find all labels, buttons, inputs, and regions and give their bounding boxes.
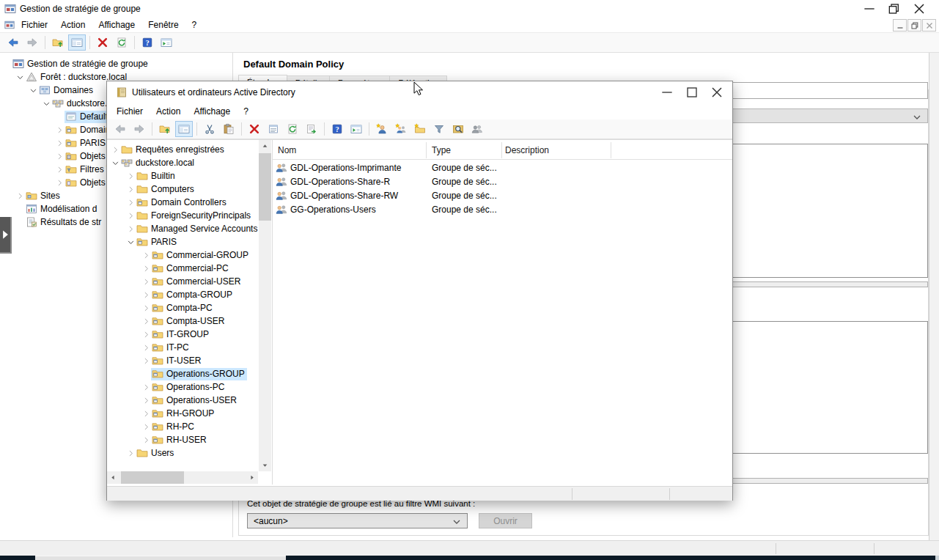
list-row-gg-operations-users[interactable]: GG-Operations-UsersGroupe de séc... — [273, 203, 732, 217]
aduc-menu-fichier[interactable]: Fichier — [110, 103, 150, 119]
chevron-right-icon[interactable] — [141, 435, 151, 445]
gpmc-menu-fenetre[interactable]: Fenêtre — [141, 18, 185, 32]
list-row-gdl-operations-imprimante[interactable]: GDL-Operations-ImprimanteGroupe de séc..… — [273, 161, 732, 175]
back-gray-button[interactable] — [111, 121, 129, 137]
chevron-down-icon[interactable] — [110, 158, 120, 168]
console-tree-button[interactable] — [175, 121, 193, 137]
gpmc-right-scroll-strip[interactable] — [929, 53, 939, 540]
chevron-right-icon[interactable] — [125, 224, 136, 234]
panel-flyout-handle[interactable] — [0, 217, 12, 254]
gpmc-menu-affichage[interactable]: Affichage — [92, 18, 141, 32]
export-button[interactable] — [303, 121, 320, 137]
taskbar-tray[interactable] — [935, 556, 939, 560]
filter-button[interactable] — [430, 121, 448, 137]
tree-item-rh-group[interactable]: RH-GROUP — [141, 407, 259, 420]
tree-item-commercial-group[interactable]: Commercial-GROUP — [141, 248, 259, 262]
list-row-gdl-operations-share-rw[interactable]: GDL-Operations-Share-RWGroupe de séc... — [273, 189, 732, 203]
chevron-right-icon[interactable] — [54, 164, 65, 174]
tree-item-operations-pc[interactable]: Operations-PC — [141, 380, 259, 394]
aduc-tree-vscrollbar[interactable] — [259, 140, 271, 471]
chevron-down-icon[interactable] — [28, 85, 38, 95]
aduc-maximize-button[interactable] — [680, 82, 704, 102]
delete-button[interactable] — [246, 121, 263, 137]
chevron-right-icon[interactable] — [141, 276, 151, 287]
help-button[interactable]: ? — [139, 34, 156, 51]
cut-button[interactable] — [201, 121, 218, 137]
aduc-menu-aide[interactable]: ? — [237, 103, 255, 119]
wmi-filter-dropdown[interactable]: <aucun> — [247, 513, 468, 528]
mdi-close-button[interactable] — [922, 19, 936, 32]
chevron-right-icon[interactable] — [125, 197, 136, 207]
tree-item-compta-pc[interactable]: Compta-PC — [141, 301, 259, 314]
new-user-button[interactable] — [373, 121, 391, 137]
tree-item-requetes-enregistrees[interactable]: Requêtes enregistrées — [110, 143, 259, 156]
tree-item-commercial-user[interactable]: Commercial-USER — [141, 275, 259, 288]
scroll-down-icon[interactable] — [259, 459, 271, 471]
tree-item-builtin[interactable]: Builtin — [125, 169, 259, 183]
chevron-right-icon[interactable] — [125, 171, 136, 181]
chevron-right-icon[interactable] — [141, 421, 151, 432]
chevron-right-icon[interactable] — [15, 191, 25, 201]
chevron-right-icon[interactable] — [141, 316, 151, 326]
mdi-minimize-button[interactable] — [893, 19, 907, 32]
chevron-right-icon[interactable] — [141, 329, 151, 339]
tree-item-paris[interactable]: PARIS — [125, 235, 259, 248]
chevron-down-icon[interactable] — [41, 98, 51, 108]
delete-button[interactable] — [94, 34, 111, 51]
tree-item-operations-user[interactable]: Operations-USER — [141, 394, 259, 407]
tree-item-rh-user[interactable]: RH-USER — [141, 433, 259, 446]
show-window-button[interactable] — [347, 121, 365, 137]
tree-item-domain-controllers[interactable]: Domain Controllers — [125, 196, 259, 209]
chevron-right-icon[interactable] — [141, 250, 151, 260]
taskbar-app-button[interactable] — [35, 556, 286, 560]
show-window-button[interactable] — [158, 34, 175, 51]
find-button[interactable] — [449, 121, 467, 137]
chevron-down-icon[interactable] — [125, 237, 136, 247]
members-button[interactable] — [468, 121, 486, 137]
column-header-nom[interactable]: Nom — [278, 145, 296, 155]
aduc-menu-affichage[interactable]: Affichage — [187, 103, 237, 119]
aduc-menu-action[interactable]: Action — [150, 103, 187, 119]
chevron-right-icon[interactable] — [141, 290, 151, 300]
chevron-right-icon[interactable] — [54, 151, 65, 161]
gpmc-close-button[interactable] — [907, 1, 932, 17]
chevron-right-icon[interactable] — [141, 342, 151, 353]
tree-item-it-user[interactable]: IT-USER — [141, 354, 259, 367]
tree-item-it-group[interactable]: IT-GROUP — [141, 328, 259, 341]
tree-item-compta-user[interactable]: Compta-USER — [141, 314, 259, 328]
tree-item-commercial-pc[interactable]: Commercial-PC — [141, 262, 259, 275]
scroll-up-icon[interactable] — [259, 140, 271, 152]
forward-button[interactable] — [23, 34, 41, 51]
chevron-right-icon[interactable] — [141, 355, 151, 366]
new-group-button[interactable] — [392, 121, 410, 137]
tree-item-rh-pc[interactable]: RH-PC — [141, 420, 259, 433]
console-tree-button[interactable] — [68, 34, 86, 51]
mdi-restore-button[interactable] — [907, 19, 921, 32]
up-level-button[interactable] — [156, 121, 174, 137]
column-divider[interactable] — [501, 142, 502, 158]
tree-item-foreignsecurityprincipals[interactable]: ForeignSecurityPrincipals — [125, 209, 259, 222]
chevron-right-icon[interactable] — [54, 177, 65, 188]
column-header-description[interactable]: Description — [505, 145, 549, 155]
chevron-right-icon[interactable] — [141, 382, 151, 392]
back-button[interactable] — [4, 34, 22, 51]
gpmc-menu-action[interactable]: Action — [54, 18, 92, 32]
scroll-right-icon[interactable] — [246, 471, 258, 484]
scrollbar-thumb[interactable] — [259, 153, 271, 221]
chevron-right-icon[interactable] — [54, 138, 65, 148]
chevron-right-icon[interactable] — [141, 303, 151, 313]
column-divider[interactable] — [426, 142, 427, 158]
column-divider[interactable] — [611, 142, 611, 158]
tree-item-managed-service-accounts[interactable]: Managed Service Accounts — [125, 222, 259, 235]
tree-item-duckstore-local[interactable]: duckstore.local — [110, 156, 259, 169]
aduc-tree-hscrollbar[interactable] — [107, 471, 258, 484]
chevron-right-icon[interactable] — [125, 448, 136, 458]
gpmc-menu-fichier[interactable]: Fichier — [15, 18, 54, 32]
chevron-right-icon[interactable] — [141, 263, 151, 273]
column-header-type[interactable]: Type — [432, 145, 451, 155]
wmi-open-button[interactable]: Ouvrir — [479, 513, 532, 528]
new-ou-button[interactable] — [411, 121, 429, 137]
gpmc-minimize-button[interactable] — [857, 1, 882, 17]
chevron-right-icon[interactable] — [110, 144, 120, 155]
list-row-gdl-operations-share-r[interactable]: GDL-Operations-Share-RGroupe de séc... — [273, 175, 732, 189]
